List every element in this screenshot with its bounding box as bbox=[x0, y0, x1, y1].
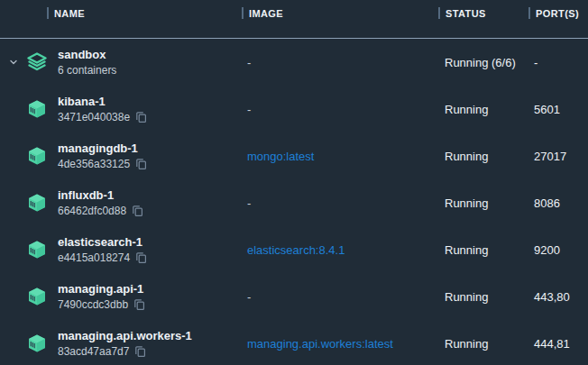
copy-icon[interactable] bbox=[135, 111, 147, 123]
table-header: NAME IMAGE STATUS PORT(S) bbox=[0, 0, 588, 39]
container-name: influxdb-1 bbox=[58, 188, 114, 202]
container-row[interactable]: kibana-1 3471e040038e - Running 5601 bbox=[0, 86, 588, 132]
status-text: Running bbox=[438, 150, 528, 163]
image-cell: - bbox=[242, 290, 438, 304]
name-cell: sandbox 6 containers bbox=[0, 47, 242, 78]
name-block: kibana-1 3471e040038e bbox=[58, 94, 147, 124]
container-name: managing.api.workers-1 bbox=[58, 329, 192, 342]
container-name: kibana-1 bbox=[58, 95, 106, 108]
ports-text: - bbox=[528, 56, 588, 69]
image-link[interactable]: managing.api.workers:latest bbox=[242, 337, 438, 351]
ports-text: 9200 bbox=[528, 243, 588, 257]
container-id: 3471e040038e bbox=[58, 110, 130, 124]
stack-icon bbox=[27, 52, 47, 72]
group-row[interactable]: sandbox 6 containers - Running (6/6) - bbox=[0, 39, 588, 86]
container-icon bbox=[27, 287, 47, 306]
group-name: sandbox bbox=[58, 48, 106, 61]
container-icon bbox=[27, 146, 47, 166]
copy-icon[interactable] bbox=[132, 205, 143, 217]
column-divider bbox=[242, 7, 243, 19]
ports-text: 443,80 bbox=[528, 290, 588, 304]
container-icon bbox=[27, 240, 47, 260]
container-row[interactable]: managing.api.workers-1 83acd47aa7d7 mana… bbox=[0, 320, 588, 365]
name-cell: kibana-1 3471e040038e bbox=[0, 94, 242, 124]
column-header-name: NAME bbox=[0, 0, 242, 19]
column-header-status: STATUS bbox=[438, 0, 528, 19]
chevron-down-icon[interactable] bbox=[7, 58, 20, 67]
name-block: managing.api-1 7490ccdc3dbb bbox=[58, 281, 145, 312]
table-body: sandbox 6 containers - Running (6/6) - bbox=[0, 39, 588, 365]
container-id: 66462dfc0d88 bbox=[58, 204, 126, 218]
ports-text: 27017 bbox=[528, 150, 588, 163]
copy-icon[interactable] bbox=[135, 251, 147, 264]
column-divider bbox=[47, 7, 49, 19]
column-header-image-label: IMAGE bbox=[249, 8, 283, 19]
container-name: elasticsearch-1 bbox=[58, 235, 142, 249]
container-icon bbox=[27, 99, 47, 119]
container-icon bbox=[27, 333, 47, 353]
name-block: elasticsearch-1 e4415a018274 bbox=[58, 234, 147, 265]
name-block: influxdb-1 66462dfc0d88 bbox=[58, 187, 143, 218]
column-header-ports: PORT(S) bbox=[528, 0, 588, 19]
container-id: e4415a018274 bbox=[58, 251, 130, 265]
container-name: managing.api-1 bbox=[58, 282, 143, 296]
container-id: 83acd47aa7d7 bbox=[58, 344, 129, 359]
container-row[interactable]: managingdb-1 4de356a33125 mongo:latest R… bbox=[0, 132, 588, 179]
status-text: Running bbox=[438, 337, 528, 351]
containers-table: NAME IMAGE STATUS PORT(S) bbox=[0, 0, 588, 365]
status-text: Running bbox=[438, 103, 528, 116]
container-row[interactable]: elasticsearch-1 e4415a018274 elasticsear… bbox=[0, 226, 588, 273]
column-header-name-label: NAME bbox=[54, 8, 85, 19]
ports-text: 5601 bbox=[528, 103, 588, 116]
copy-icon[interactable] bbox=[135, 158, 147, 170]
copy-icon[interactable] bbox=[134, 345, 146, 358]
copy-icon[interactable] bbox=[133, 298, 145, 311]
name-cell: influxdb-1 66462dfc0d88 bbox=[0, 187, 242, 218]
ports-text: 8086 bbox=[528, 196, 588, 210]
column-header-image: IMAGE bbox=[242, 0, 438, 19]
image-link[interactable]: mongo:latest bbox=[242, 150, 438, 163]
image-cell: - bbox=[242, 56, 438, 69]
column-divider bbox=[528, 7, 530, 19]
name-cell: managing.api-1 7490ccdc3dbb bbox=[0, 281, 242, 312]
name-block: managingdb-1 4de356a33125 bbox=[58, 141, 147, 171]
group-containers-count: 6 containers bbox=[58, 63, 116, 78]
container-row[interactable]: managing.api-1 7490ccdc3dbb - Running 44… bbox=[0, 273, 588, 320]
column-divider bbox=[438, 7, 440, 19]
status-text: Running bbox=[438, 243, 528, 257]
name-cell: managing.api.workers-1 83acd47aa7d7 bbox=[0, 328, 242, 359]
container-id: 7490ccdc3dbb bbox=[58, 297, 128, 312]
image-cell: - bbox=[242, 103, 438, 116]
container-id: 4de356a33125 bbox=[58, 157, 130, 171]
name-block: managing.api.workers-1 83acd47aa7d7 bbox=[58, 328, 192, 359]
name-cell: elasticsearch-1 e4415a018274 bbox=[0, 234, 242, 265]
status-text: Running bbox=[438, 196, 528, 210]
image-link[interactable]: elasticsearch:8.4.1 bbox=[242, 243, 438, 257]
status-text: Running bbox=[438, 290, 528, 304]
image-cell: - bbox=[242, 196, 438, 210]
column-header-ports-label: PORT(S) bbox=[536, 8, 579, 19]
status-text: Running (6/6) bbox=[438, 56, 528, 69]
container-icon bbox=[27, 193, 47, 213]
column-header-status-label: STATUS bbox=[446, 8, 486, 19]
name-block: sandbox 6 containers bbox=[58, 47, 116, 78]
name-cell: managingdb-1 4de356a33125 bbox=[0, 141, 242, 171]
container-row[interactable]: influxdb-1 66462dfc0d88 - Running 8086 bbox=[0, 179, 588, 226]
ports-text: 444,81 bbox=[528, 337, 588, 351]
container-name: managingdb-1 bbox=[58, 141, 138, 155]
